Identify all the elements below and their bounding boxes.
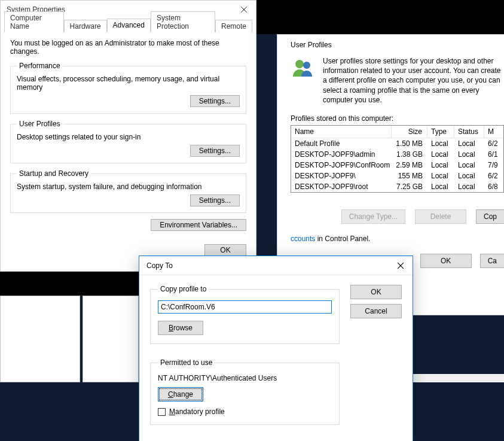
delete-button: Delete <box>415 209 466 224</box>
cell-modified: 6/2 <box>484 171 504 181</box>
cell-name: DESKTOP-JOPF9\root <box>291 181 392 192</box>
background-panel-3 <box>413 374 504 382</box>
cell-size: 2.59 MB <box>392 160 427 171</box>
copy-to-button[interactable]: Cop <box>476 209 504 224</box>
cell-type: Local <box>427 138 454 149</box>
cell-modified: 6/1 <box>484 149 504 160</box>
system-properties-tabs: Computer Name Hardware Advanced System P… <box>4 19 252 32</box>
permitted-to-use-legend: Permitted to use <box>158 358 215 367</box>
cell-size: 7.25 GB <box>392 181 427 192</box>
profiles-table-header: Name Size Type Status M <box>291 126 503 138</box>
col-size[interactable]: Size <box>392 126 427 138</box>
checkbox-icon <box>158 408 166 416</box>
user-profiles-icon <box>291 56 314 80</box>
close-icon[interactable] <box>389 257 413 275</box>
system-properties-ok-button[interactable]: OK <box>204 244 246 256</box>
svg-point-3 <box>303 62 310 69</box>
cell-status: Local <box>454 181 484 192</box>
startup-recovery-desc: System startup, system failure, and debu… <box>17 183 240 191</box>
user-profiles-group: User Profiles Desktop settings related t… <box>10 120 246 163</box>
tab-computer-name[interactable]: Computer Name <box>4 11 64 32</box>
cell-type: Local <box>427 149 454 160</box>
user-profiles-desc: Desktop settings related to your sign-in <box>17 133 240 141</box>
cell-status: Local <box>454 149 484 160</box>
startup-recovery-group: Startup and Recovery System startup, sys… <box>10 169 246 213</box>
startup-recovery-settings-button[interactable]: Settings... <box>190 194 240 206</box>
table-row[interactable]: DESKTOP-JOPF9\admin 1.38 GB Local Local … <box>291 149 503 160</box>
tab-hardware[interactable]: Hardware <box>64 20 107 32</box>
browse-button[interactable]: Browse <box>158 321 203 335</box>
cell-status: Local <box>454 138 484 149</box>
user-profiles-ok-button[interactable]: OK <box>420 254 472 268</box>
cell-size: 1.38 GB <box>392 149 427 160</box>
change-button[interactable]: Change <box>158 387 203 402</box>
copy-profile-to-group: Copy profile to Browse <box>150 285 340 344</box>
profiles-stored-label: Profiles stored on this computer: <box>277 114 504 125</box>
admin-note: You must be logged on as an Administrato… <box>10 39 246 56</box>
change-type-button: Change Type... <box>341 209 405 224</box>
copy-profile-path-input[interactable] <box>158 300 332 314</box>
col-type[interactable]: Type <box>427 126 454 138</box>
permitted-to-use-group: Permitted to use NT AUTHORITY\Authentica… <box>150 358 340 425</box>
background-black-top <box>256 0 504 34</box>
user-profiles-cancel-button[interactable]: Ca <box>480 254 504 268</box>
cell-name: Default Profile <box>291 138 392 149</box>
cell-type: Local <box>427 160 454 171</box>
mandatory-profile-label: Mandatory profile <box>169 407 225 416</box>
background-panel-2 <box>83 296 139 382</box>
performance-desc: Visual effects, processor scheduling, me… <box>17 75 240 92</box>
mandatory-profile-checkbox[interactable]: Mandatory profile <box>158 407 332 416</box>
copy-to-title: Copy To <box>146 261 173 270</box>
cell-size: 155 MB <box>392 171 427 181</box>
user-profiles-settings-button[interactable]: Settings... <box>190 145 240 157</box>
cell-name: DESKTOP-JOPF9\admin <box>291 149 392 160</box>
performance-legend: Performance <box>17 62 63 70</box>
system-properties-body: You must be logged on as an Administrato… <box>1 32 256 237</box>
cell-type: Local <box>427 171 454 181</box>
copy-to-cancel-button[interactable]: Cancel <box>350 304 402 318</box>
system-properties-window: System Properties Computer Name Hardware… <box>0 0 256 272</box>
performance-group: Performance Visual effects, processor sc… <box>10 62 246 114</box>
copy-to-dialog: Copy To Copy profile to Browse Permitted… <box>139 256 413 441</box>
cell-status: Local <box>454 160 484 171</box>
profiles-table[interactable]: Name Size Type Status M Default Profile … <box>291 125 504 193</box>
cell-name: DESKTOP-JOPF9\ <box>291 171 392 181</box>
copy-to-ok-button[interactable]: OK <box>350 285 402 299</box>
cell-modified: 6/2 <box>484 138 504 149</box>
cell-name: DESKTOP-JOPF9\ConfRoom <box>291 160 392 171</box>
cell-modified: 7/9 <box>484 160 504 171</box>
col-modified[interactable]: M <box>484 126 504 138</box>
user-profiles-blurb: User profiles store settings for your de… <box>323 56 504 105</box>
copy-profile-to-legend: Copy profile to <box>158 285 209 293</box>
tab-remote[interactable]: Remote <box>215 20 252 32</box>
table-row[interactable]: Default Profile 1.50 MB Local Local 6/2 <box>291 138 503 149</box>
startup-recovery-legend: Startup and Recovery <box>17 169 91 178</box>
col-name[interactable]: Name <box>291 126 392 138</box>
table-row[interactable]: DESKTOP-JOPF9\ 155 MB Local Local 6/2 <box>291 171 503 181</box>
table-row[interactable]: DESKTOP-JOPF9\ConfRoom 2.59 MB Local Loc… <box>291 160 503 171</box>
tab-system-protection[interactable]: System Protection <box>151 11 215 32</box>
cell-modified: 6/8 <box>484 181 504 192</box>
table-row[interactable]: DESKTOP-JOPF9\root 7.25 GB Local Local 6… <box>291 181 503 192</box>
user-profiles-legend: User Profiles <box>17 120 63 128</box>
user-profiles-title: User Profiles <box>277 35 504 56</box>
svg-point-2 <box>295 60 304 68</box>
close-icon[interactable] <box>232 1 256 19</box>
background-black-mid <box>0 272 139 296</box>
copy-to-titlebar: Copy To <box>139 256 413 275</box>
environment-variables-button[interactable]: Environment Variables... <box>151 219 246 231</box>
cell-status: Local <box>454 171 484 181</box>
cell-type: Local <box>427 181 454 192</box>
performance-settings-button[interactable]: Settings... <box>190 95 240 107</box>
col-status[interactable]: Status <box>454 126 484 138</box>
tab-advanced[interactable]: Advanced <box>107 19 151 32</box>
background-panel-1 <box>0 296 80 382</box>
cell-size: 1.50 MB <box>392 138 427 149</box>
permitted-user-label: NT AUTHORITY\Authenticated Users <box>158 374 332 382</box>
user-profiles-footer: ccounts in Control Panel. <box>277 224 504 243</box>
user-profiles-footer-post: in Control Panel. <box>315 235 370 243</box>
user-accounts-link[interactable]: ccounts <box>291 235 315 243</box>
